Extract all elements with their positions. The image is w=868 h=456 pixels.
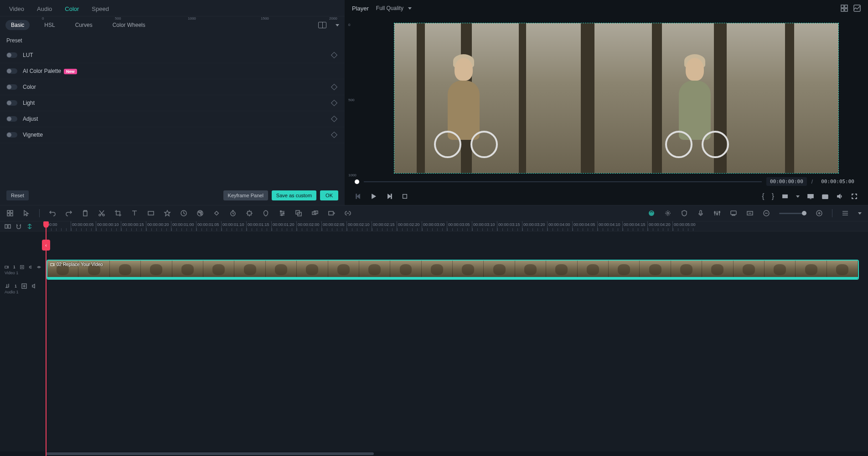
toggle-ai-palette[interactable] — [6, 68, 17, 74]
speed-icon[interactable] — [180, 210, 187, 217]
track-options-icon[interactable] — [842, 210, 849, 217]
playhead-handle-icon[interactable]: ‹ — [42, 240, 50, 251]
scrub-bar[interactable] — [364, 181, 762, 182]
next-frame-icon[interactable] — [386, 193, 393, 200]
mute-track-icon[interactable] — [29, 264, 33, 270]
timeline-scrollbar[interactable] — [0, 451, 868, 456]
keyframe-tool-icon[interactable] — [213, 210, 220, 217]
video-track-icon — [5, 264, 9, 270]
add-audio-track-icon[interactable] — [21, 283, 27, 289]
compare-dropdown-icon[interactable] — [336, 24, 339, 26]
ruler-tick: 00:00:03:00 — [422, 221, 447, 231]
mark-out-icon[interactable]: } — [772, 192, 774, 200]
save-as-custom-button[interactable]: Save as custom — [272, 190, 316, 200]
marker-icon[interactable] — [730, 210, 737, 217]
tab-video[interactable]: Video — [9, 5, 24, 12]
clip-thumbnail — [546, 261, 577, 279]
tab-speed[interactable]: Speed — [92, 5, 109, 12]
undo-icon[interactable] — [49, 210, 56, 217]
keyframe-lut-icon[interactable] — [331, 52, 337, 58]
mask-icon[interactable] — [262, 210, 269, 217]
tab-audio[interactable]: Audio — [37, 5, 52, 12]
zoom-in-icon[interactable] — [816, 210, 823, 217]
compound-icon[interactable] — [311, 210, 319, 217]
subtab-hsl[interactable]: HSL — [39, 20, 60, 30]
render-preview-icon[interactable] — [648, 210, 655, 217]
adjust-icon[interactable] — [279, 210, 286, 217]
redo-icon[interactable] — [65, 210, 72, 217]
duration-icon[interactable] — [229, 210, 237, 217]
scrollbar-thumb[interactable] — [46, 452, 374, 455]
mute-audio-icon[interactable] — [31, 283, 37, 289]
keyframe-adjust-icon[interactable] — [331, 116, 337, 122]
ratio-dropdown-icon[interactable] — [796, 195, 800, 198]
quality-dropdown[interactable]: Full Quality — [376, 5, 412, 11]
label-ai-palette: AI Color PaletteNew — [23, 68, 338, 74]
video-clip[interactable]: 02 Replace Your Video — [46, 260, 859, 280]
keyframe-vignette-icon[interactable] — [331, 132, 337, 138]
mark-in-icon[interactable]: { — [762, 192, 764, 200]
toggle-color[interactable] — [6, 84, 17, 90]
aspect-icon[interactable] — [147, 210, 155, 217]
toggle-adjust[interactable] — [6, 116, 17, 122]
cut-icon[interactable] — [98, 210, 105, 217]
chevron-down-icon — [408, 7, 412, 10]
toggle-light[interactable] — [6, 100, 17, 106]
keyframe-light-icon[interactable] — [331, 100, 337, 106]
expand-icon[interactable] — [746, 210, 754, 217]
volume-icon[interactable] — [836, 193, 843, 200]
zoom-out-icon[interactable] — [763, 210, 770, 217]
add-track-icon[interactable] — [20, 264, 24, 270]
subtab-color-wheels[interactable]: Color Wheels — [107, 20, 151, 30]
svg-rect-12 — [7, 210, 10, 213]
detach-icon[interactable] — [328, 210, 335, 217]
clip-thumbnail — [172, 261, 203, 279]
tool-cursor-icon[interactable] — [23, 210, 30, 217]
snapshot-icon[interactable] — [822, 193, 829, 200]
ratio-icon[interactable] — [781, 193, 789, 200]
playhead[interactable]: ‹ — [46, 221, 46, 456]
toggle-vignette[interactable] — [6, 132, 17, 138]
layout-grid-icon[interactable] — [841, 5, 848, 12]
toggle-lut[interactable] — [6, 52, 17, 58]
time-ruler[interactable]: 00:0000:00:00:0500:00:00:1000:00:00:1500… — [46, 221, 868, 231]
group-icon[interactable] — [295, 210, 302, 217]
ruler-tick: 00:00:04:05 — [572, 221, 597, 231]
zoom-slider[interactable] — [779, 213, 806, 214]
svg-rect-15 — [10, 214, 13, 216]
stop-icon[interactable] — [401, 193, 408, 200]
ok-button[interactable]: OK — [320, 190, 338, 200]
preview-viewport[interactable] — [394, 23, 839, 174]
tab-color[interactable]: Color — [65, 5, 79, 12]
mixer-icon[interactable] — [713, 210, 721, 217]
auto-ripple-icon[interactable] — [26, 223, 33, 230]
reset-button[interactable]: Reset — [6, 190, 29, 200]
color-icon[interactable] — [196, 210, 204, 217]
keyframe-panel-button[interactable]: Keyframe Panel — [223, 190, 268, 200]
scopes-icon[interactable] — [853, 5, 861, 12]
settings-gear-icon[interactable] — [664, 210, 672, 217]
text-icon[interactable] — [131, 210, 138, 217]
compare-icon[interactable] — [318, 22, 326, 28]
crop-icon[interactable] — [114, 210, 122, 217]
prev-frame-icon[interactable] — [355, 193, 362, 200]
link-icon[interactable] — [344, 210, 351, 217]
subtab-basic[interactable]: Basic — [5, 20, 30, 30]
tool-select-icon[interactable] — [6, 210, 14, 217]
delete-icon[interactable] — [82, 210, 89, 217]
display-icon[interactable] — [807, 193, 814, 200]
mic-icon[interactable] — [697, 210, 704, 217]
scrub-handle[interactable] — [355, 179, 359, 184]
tracking-icon[interactable] — [246, 210, 253, 217]
subtab-curves[interactable]: Curves — [70, 20, 98, 30]
hide-track-icon[interactable] — [37, 264, 41, 270]
play-icon[interactable] — [370, 193, 377, 200]
fullscreen-icon[interactable] — [851, 193, 858, 200]
ripple-icon[interactable] — [5, 223, 11, 230]
keyframe-color-icon[interactable] — [331, 84, 337, 90]
track-options-dropdown-icon[interactable] — [858, 212, 862, 215]
magnet-icon[interactable] — [16, 223, 22, 230]
effects-icon[interactable] — [164, 210, 171, 217]
svg-point-22 — [201, 212, 202, 213]
shield-icon[interactable] — [681, 210, 688, 217]
